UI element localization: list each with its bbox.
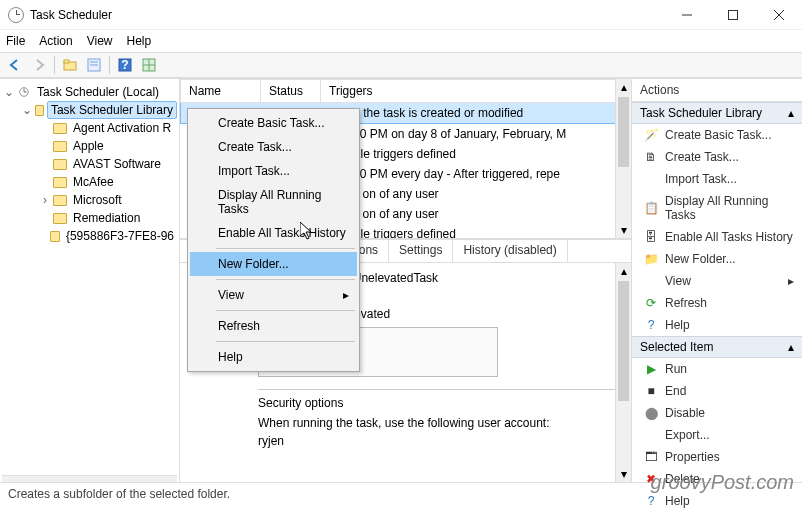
svg-rect-5 bbox=[64, 60, 69, 63]
menu-view[interactable]: View bbox=[87, 34, 113, 48]
svg-rect-1 bbox=[729, 10, 738, 19]
maximize-button[interactable] bbox=[710, 1, 756, 29]
tree-item[interactable]: AVAST Software bbox=[40, 155, 177, 173]
ctx-create-basic[interactable]: Create Basic Task... bbox=[190, 111, 357, 135]
chevron-right-icon: ▸ bbox=[788, 274, 794, 288]
titlebar: Task Scheduler bbox=[0, 0, 802, 30]
action-refresh[interactable]: ⟳Refresh bbox=[632, 292, 802, 314]
action-create-basic[interactable]: 🪄Create Basic Task... bbox=[632, 124, 802, 146]
task-icon: 🗎 bbox=[644, 150, 658, 164]
tree-library-node[interactable]: ⌄ Task Scheduler Library bbox=[22, 101, 177, 119]
window-title: Task Scheduler bbox=[30, 8, 664, 22]
ctx-display-running[interactable]: Display All Running Tasks bbox=[190, 183, 357, 221]
user-account: ryjen bbox=[258, 434, 621, 448]
collapse-icon[interactable]: ▴ bbox=[788, 340, 794, 354]
tree-pane: ⌄ Task Scheduler (Local) ⌄ Task Schedule… bbox=[0, 79, 180, 482]
actions-group-library[interactable]: Task Scheduler Library▴ bbox=[632, 102, 802, 124]
minimize-button[interactable] bbox=[664, 1, 710, 29]
svg-text:?: ? bbox=[121, 58, 128, 72]
export-icon bbox=[644, 428, 658, 442]
ctx-enable-history[interactable]: Enable All Tasks History bbox=[190, 221, 357, 245]
properties-icon: 🗔 bbox=[644, 450, 658, 464]
action-enable-history[interactable]: 🗄Enable All Tasks History bbox=[632, 226, 802, 248]
ctx-help[interactable]: Help bbox=[190, 345, 357, 369]
folder-icon bbox=[50, 231, 60, 242]
back-button[interactable] bbox=[4, 54, 26, 76]
wand-icon: 🪄 bbox=[644, 128, 658, 142]
refresh-icon: ⟳ bbox=[644, 296, 658, 310]
action-run[interactable]: ▶Run bbox=[632, 358, 802, 380]
action-import-task[interactable]: Import Task... bbox=[632, 168, 802, 190]
close-button[interactable] bbox=[756, 1, 802, 29]
actions-group-selected[interactable]: Selected Item▴ bbox=[632, 336, 802, 358]
folder-icon bbox=[53, 195, 67, 206]
menubar: File Action View Help bbox=[0, 30, 802, 52]
ctx-create-task[interactable]: Create Task... bbox=[190, 135, 357, 159]
tab-settings[interactable]: Settings bbox=[389, 240, 453, 262]
action-disable[interactable]: ⬤Disable bbox=[632, 402, 802, 424]
import-icon bbox=[644, 172, 658, 186]
tree-item[interactable]: Apple bbox=[40, 137, 177, 155]
folder-icon bbox=[35, 105, 44, 116]
actions-header: Actions bbox=[632, 79, 802, 102]
action-help[interactable]: ?Help bbox=[632, 314, 802, 336]
actions-pane: Actions Task Scheduler Library▴ 🪄Create … bbox=[632, 79, 802, 482]
action-create-task[interactable]: 🗎Create Task... bbox=[632, 146, 802, 168]
col-triggers[interactable]: Triggers bbox=[321, 80, 631, 103]
app-icon bbox=[8, 7, 24, 23]
tree-item[interactable]: ›Microsoft bbox=[40, 191, 177, 209]
forward-button[interactable] bbox=[28, 54, 50, 76]
toolbar: ? bbox=[0, 52, 802, 78]
tree-root-node[interactable]: ⌄ Task Scheduler (Local) bbox=[4, 83, 177, 101]
menu-file[interactable]: File bbox=[6, 34, 25, 48]
list-icon: 📋 bbox=[644, 201, 658, 215]
watermark: groovyPost.com bbox=[651, 471, 794, 494]
action-properties[interactable]: 🗔Properties bbox=[632, 446, 802, 468]
menu-action[interactable]: Action bbox=[39, 34, 72, 48]
security-options-label: Security options bbox=[258, 396, 621, 410]
tree-item[interactable]: {595886F3-7FE8-96 bbox=[40, 227, 177, 245]
tree-item[interactable]: Remediation bbox=[40, 209, 177, 227]
action-end[interactable]: ■End bbox=[632, 380, 802, 402]
action-display-running[interactable]: 📋Display All Running Tasks bbox=[632, 190, 802, 226]
grid-icon[interactable] bbox=[138, 54, 160, 76]
vertical-scrollbar[interactable]: ▴▾ bbox=[615, 79, 631, 238]
menu-help[interactable]: Help bbox=[127, 34, 152, 48]
clock-icon bbox=[17, 86, 31, 98]
tree-item[interactable]: McAfee bbox=[40, 173, 177, 191]
folder-icon bbox=[53, 123, 67, 134]
collapse-icon[interactable]: ▴ bbox=[788, 106, 794, 120]
stop-icon: ■ bbox=[644, 384, 658, 398]
action-export[interactable]: Export... bbox=[632, 424, 802, 446]
security-text: When running the task, use the following… bbox=[258, 416, 621, 430]
folder-icon bbox=[53, 159, 67, 170]
col-name[interactable]: Name bbox=[181, 80, 261, 103]
folder-icon: 📁 bbox=[644, 252, 658, 266]
action-view[interactable]: View▸ bbox=[632, 270, 802, 292]
action-new-folder[interactable]: 📁New Folder... bbox=[632, 248, 802, 270]
properties-icon[interactable] bbox=[83, 54, 105, 76]
status-text: Creates a subfolder of the selected fold… bbox=[8, 487, 230, 501]
help-icon: ? bbox=[644, 318, 658, 332]
chevron-right-icon: ▸ bbox=[343, 288, 349, 302]
folder-icon bbox=[53, 213, 67, 224]
ctx-view[interactable]: View▸ bbox=[190, 283, 357, 307]
ctx-new-folder[interactable]: New Folder... bbox=[190, 252, 357, 276]
folder-icon bbox=[53, 177, 67, 188]
tree-item[interactable]: Agent Activation R bbox=[40, 119, 177, 137]
disable-icon: ⬤ bbox=[644, 406, 658, 420]
ctx-import-task[interactable]: Import Task... bbox=[190, 159, 357, 183]
vertical-scrollbar[interactable]: ▴▾ bbox=[615, 263, 631, 482]
history-icon: 🗄 bbox=[644, 230, 658, 244]
cursor-icon bbox=[300, 222, 316, 242]
folder-icon bbox=[53, 141, 67, 152]
help-icon[interactable]: ? bbox=[114, 54, 136, 76]
col-status[interactable]: Status bbox=[261, 80, 321, 103]
context-menu: Create Basic Task... Create Task... Impo… bbox=[187, 108, 360, 372]
ctx-refresh[interactable]: Refresh bbox=[190, 314, 357, 338]
horizontal-scrollbar[interactable] bbox=[2, 475, 177, 482]
open-folder-icon[interactable] bbox=[59, 54, 81, 76]
tab-history[interactable]: History (disabled) bbox=[453, 240, 567, 262]
help-icon: ? bbox=[644, 494, 658, 508]
play-icon: ▶ bbox=[644, 362, 658, 376]
